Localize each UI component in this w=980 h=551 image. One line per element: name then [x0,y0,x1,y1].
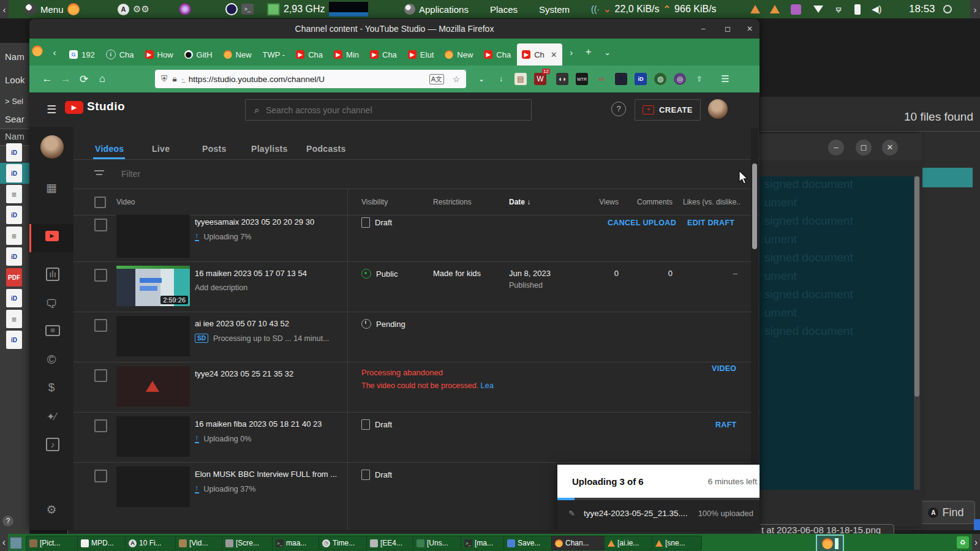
shield-icon[interactable]: ⛨ [161,74,167,84]
funnel-ext-icon[interactable]: ▼ [615,73,627,85]
gears-icon[interactable]: ⚙⚙ [133,4,149,15]
browser-tab[interactable]: ▶Cha [291,43,328,66]
browser-tab[interactable]: ▶How [140,43,178,66]
link-ext-icon[interactable]: ∞ [595,73,608,85]
edit-draft-link[interactable]: RAFT [715,421,737,429]
row-checkbox[interactable] [94,219,107,231]
row-checkbox[interactable] [94,369,107,382]
maximize-button[interactable]: ◻ [723,24,733,34]
popup-header[interactable]: Uploading 3 of 6 6 minutes left ⌃ [557,465,760,498]
channel-avatar[interactable] [40,135,64,159]
browser-tab[interactable]: ▶Cha [479,43,516,66]
filter-bar[interactable]: Filter [74,160,760,189]
pdf-file-icon[interactable]: PDF [6,268,22,287]
dropdown-triangle-icon[interactable] [813,6,823,13]
applications-menu[interactable]: Applications [404,0,469,18]
digidoc-file-icon[interactable]: iD [6,331,22,349]
taskbar-item[interactable]: >_[ma... [461,536,507,550]
sidebar-item-copyright[interactable]: © [44,352,59,367]
vlc-cone-icon[interactable] [770,5,780,13]
taskbar-chevron-right-icon[interactable]: › [972,534,980,551]
home-button[interactable]: ⌂ [93,73,111,85]
sidebar-item-settings[interactable]: ⚙ [44,503,59,517]
panel-chevron-left-icon[interactable]: ‹ [0,0,9,18]
video-title[interactable]: 16 maiken fiba 2023 05 18 21 40 23 [195,419,322,429]
studio-hamburger-icon[interactable]: ☰ [47,103,56,116]
file-list-name-column[interactable]: Nam [5,131,24,141]
col-views[interactable]: Views [582,198,619,206]
doc-row[interactable]: signed document [764,178,853,191]
globe-ext-icon[interactable]: ◍ [654,73,666,85]
minimize-button[interactable]: – [828,140,844,156]
col-restrictions[interactable]: Restrictions [433,198,472,206]
active-app-indicator[interactable] [816,534,844,551]
browser-tab[interactable]: iCha [101,43,139,66]
video-row[interactable]: tyye24 2023 05 25 21 35 32 Processing ab… [74,362,760,413]
browser-tab[interactable]: New [219,43,257,66]
taskbar-item[interactable]: [sne... [652,536,702,550]
taskbar-item-active[interactable]: Chan... [551,536,608,550]
mask-ext-icon[interactable]: ◖◗ [556,73,568,85]
shield-ext-icon[interactable]: W12 [534,73,546,85]
doc-row[interactable]: ument [764,306,797,320]
workspace-switcher[interactable] [10,537,22,549]
places-menu[interactable]: Places [490,0,518,18]
sidebar-item-earn[interactable]: $ [44,380,59,395]
hamburger-menu-icon[interactable]: ☰ [719,73,731,85]
row-checkbox[interactable] [94,419,107,432]
help-button[interactable]: ? [2,515,13,527]
scrollbar-thumb[interactable] [914,176,919,397]
col-video[interactable]: Video [116,198,135,206]
taskbar-item[interactable]: [EE4... [366,536,417,550]
minimize-button[interactable]: – [698,24,708,34]
taskbar-item[interactable]: [ai.ie... [604,536,655,550]
sidebar-item-audio-library[interactable]: ♪ [46,438,59,451]
text-file-icon[interactable]: ≣ [6,310,22,328]
youtube-logo-icon[interactable]: ▶ [65,101,83,114]
panel-chevron-right-icon[interactable]: › [970,0,980,18]
digidoc-file-icon[interactable]: iD [6,206,22,224]
taskbar-chevron-left-icon[interactable]: ‹ [0,534,8,551]
upload-item[interactable]: ✎ ai.iee-2023-05-07_10.43.5... 100% uplo… [557,525,760,530]
menu-button[interactable]: Menu [24,0,80,18]
cancel-upload-link[interactable]: CANCEL UPLOAD [608,219,676,227]
taskbar-item[interactable]: ◷Time... [318,536,370,550]
doc-row[interactable]: ument [764,233,797,246]
doc-row[interactable]: signed document [764,214,853,228]
browser-tab[interactable]: New [440,43,478,66]
tab-posts[interactable]: Posts [202,144,227,154]
digidoc-file-icon[interactable]: iD [6,247,22,266]
cpu-monitor[interactable]: 2,93 GHz [267,0,368,18]
sidebar-item-subtitles[interactable]: ≡ [45,325,60,336]
row-checkbox[interactable] [94,319,107,332]
close-button[interactable]: ✕ [882,140,898,156]
bookmark-star-icon[interactable]: ☆ [453,74,460,84]
tab-playlists[interactable]: Playlists [251,144,288,154]
edit-pencil-icon[interactable]: ✎ [568,509,575,518]
taskbar-item[interactable]: [Pict... [26,536,81,550]
firefox-icon[interactable] [67,3,80,15]
browser-tab[interactable]: ▶Cha [365,43,402,66]
media-tray-icon[interactable] [791,4,801,15]
video-row[interactable]: 2:59:26 16 maiken 2023 05 17 07 13 54 Ad… [74,261,760,312]
browser-tab[interactable]: ▶Elut [403,43,439,66]
maximize-button[interactable]: ◻ [856,140,872,156]
digidoc-file-icon[interactable]: iD [6,143,22,162]
create-button[interactable]: + CREATE [635,99,701,121]
downloads-icon[interactable]: ↓ [495,73,507,85]
close-button[interactable]: ✕ [745,24,755,34]
taskbar-item[interactable]: A10 Fi... [125,536,179,550]
scrollbar-track[interactable] [914,176,920,490]
text-file-icon[interactable]: ≣ [6,185,22,203]
result-selected-row[interactable] [922,168,973,187]
row-checkbox[interactable] [94,470,107,482]
url-text[interactable]: https://studio.youtube.com/channel/U [189,75,325,84]
sidebar-item-comments[interactable]: 🗨︎ [44,297,59,312]
select-all-checkbox[interactable] [94,197,106,208]
learn-more-link[interactable]: Lea [481,381,494,390]
sidebar-item-analytics[interactable]: ılı [46,268,59,281]
taskbar-item[interactable]: [Uns... [413,536,464,550]
recycle-icon[interactable]: ♻ [957,536,969,549]
browser-tab[interactable]: G192 [64,43,100,66]
bell-icon[interactable]: 🜃 [834,4,843,15]
